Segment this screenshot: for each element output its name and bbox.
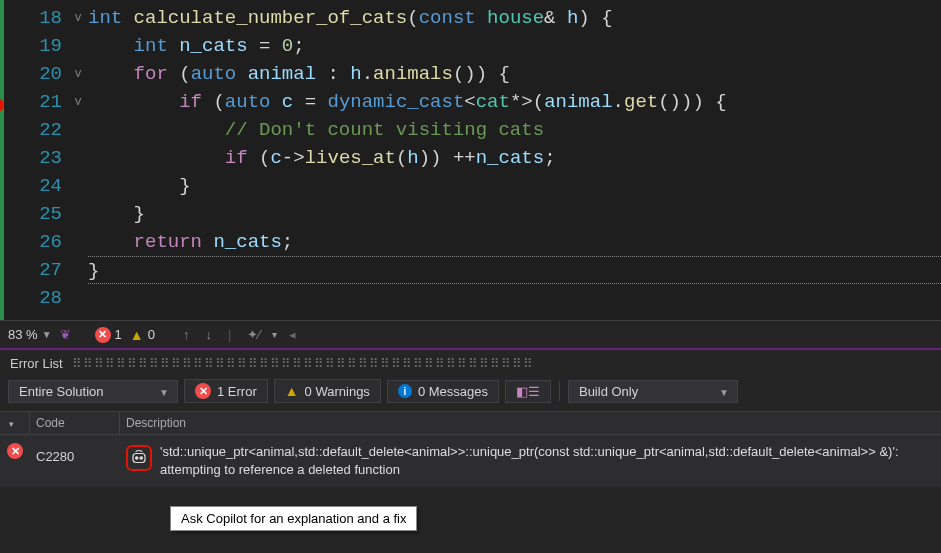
errors-filter-button[interactable]: ✕ 1 Error [184,379,268,403]
fold-toggle-icon[interactable]: v [68,60,88,88]
error-grid: ▾ Code Description ✕ C2280 'std::unique_… [0,411,941,487]
description-column-header[interactable]: Description [120,412,941,434]
editor-status-bar: 83 % ▼ ❦ ✕ 1 ▲ 0 ↑ ↓ | ✦⁄ ▾ ◂ [0,320,941,350]
warning-icon: ▲ [285,383,299,399]
line-number-gutter: 1819202122232425262728 [16,0,68,320]
error-icon: ✕ [7,443,23,459]
error-row[interactable]: ✕ C2280 'std::unique_ptr<animal,std::def… [0,435,941,487]
build-scope-combobox[interactable]: Build Only ▼ [568,380,738,403]
error-icon: ✕ [195,383,211,399]
code-line[interactable]: } [88,200,941,228]
grid-header[interactable]: ▾ Code Description [0,412,941,435]
wand-icon[interactable]: ✦⁄ [243,327,264,342]
code-pill-icon: ◧☰ [516,384,540,399]
health-icon[interactable]: ❦ [60,327,71,342]
warnings-filter-button[interactable]: ▲ 0 Warnings [274,379,381,403]
code-line[interactable]: // Don't count visiting cats [88,116,941,144]
code-line[interactable]: for (auto animal : h.animals()) { [88,60,941,88]
zoom-value: 83 % [8,327,38,342]
svg-point-2 [140,457,142,459]
caret-down-icon[interactable]: ▾ [272,329,277,340]
error-icon: ✕ [95,327,111,343]
code-line[interactable]: int n_cats = 0; [88,32,941,60]
code-area[interactable]: int calculate_number_of_cats(const house… [88,0,941,320]
copilot-tooltip: Ask Copilot for an explanation and a fix [170,506,417,531]
breakpoint-dot-icon[interactable] [0,98,4,112]
code-line[interactable]: return n_cats; [88,228,941,256]
code-line[interactable]: } [88,172,941,200]
caret-down-icon: ▼ [719,387,729,398]
zoom-control[interactable]: 83 % ▼ [8,327,52,342]
svg-point-1 [136,457,138,459]
breakpoint-gutter[interactable] [4,0,16,320]
svg-rect-0 [133,454,145,463]
code-line[interactable] [88,284,941,312]
fold-toggle-icon[interactable]: v [68,4,88,32]
code-line[interactable]: int calculate_number_of_cats(const house… [88,4,941,32]
error-count: 1 [115,327,122,342]
messages-filter-button[interactable]: i 0 Messages [387,380,499,403]
fold-gutter[interactable]: vvv [68,0,88,320]
code-column-header[interactable]: Code [30,412,120,434]
copilot-icon[interactable] [126,445,152,471]
separator [559,381,560,401]
arrow-up-icon[interactable]: ↑ [179,327,194,342]
scope-combobox[interactable]: Entire Solution ▼ [8,380,178,403]
panel-grip-icon[interactable]: ⠿⠿⠿⠿⠿⠿⠿⠿⠿⠿⠿⠿⠿⠿⠿⠿⠿⠿⠿⠿⠿⠿⠿⠿⠿⠿⠿⠿⠿⠿⠿⠿⠿⠿⠿⠿⠿⠿⠿⠿… [72,356,534,371]
code-line[interactable]: if (c->lives_at(h)) ++n_cats; [88,144,941,172]
caret-down-icon: ▼ [42,329,52,340]
code-line[interactable]: if (auto c = dynamic_cast<cat*>(animal.g… [88,88,941,116]
fold-toggle-icon[interactable]: v [68,88,88,116]
show-codes-button[interactable]: ◧☰ [505,380,551,403]
code-editor[interactable]: 1819202122232425262728 vvv int calculate… [0,0,941,320]
warning-count: 0 [148,327,155,342]
error-count-button[interactable]: ✕ 1 [95,327,122,343]
arrow-left-icon[interactable]: ◂ [285,327,300,342]
icon-column-header[interactable]: ▾ [0,412,30,434]
code-line[interactable]: } [88,256,941,284]
warning-count-button[interactable]: ▲ 0 [130,327,155,343]
panel-title: Error List ⠿⠿⠿⠿⠿⠿⠿⠿⠿⠿⠿⠿⠿⠿⠿⠿⠿⠿⠿⠿⠿⠿⠿⠿⠿⠿⠿⠿⠿… [0,350,941,375]
error-code: C2280 [30,439,120,468]
caret-down-icon: ▼ [159,387,169,398]
error-list-toolbar: Entire Solution ▼ ✕ 1 Error ▲ 0 Warnings… [0,375,941,411]
separator: | [228,327,231,342]
arrow-down-icon[interactable]: ↓ [201,327,216,342]
warning-icon: ▲ [130,327,144,343]
error-description: 'std::unique_ptr<animal,std::default_del… [160,443,935,479]
info-icon: i [398,384,412,398]
error-list-panel: Error List ⠿⠿⠿⠿⠿⠿⠿⠿⠿⠿⠿⠿⠿⠿⠿⠿⠿⠿⠿⠿⠿⠿⠿⠿⠿⠿⠿⠿⠿… [0,350,941,553]
